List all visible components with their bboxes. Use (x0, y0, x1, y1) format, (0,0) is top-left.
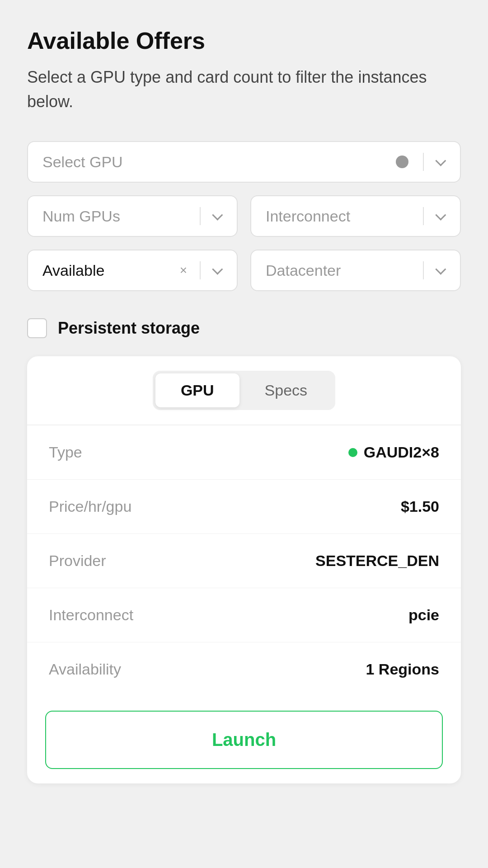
detail-row: Price/hr/gpu$1.50 (27, 480, 461, 534)
detail-value: GAUDI2×8 (348, 443, 439, 461)
detail-value: $1.50 (401, 498, 439, 515)
datacenter-label: Datacenter (266, 262, 414, 279)
num-gpus-dropdown[interactable]: Num GPUs (27, 195, 238, 237)
detail-rows: TypeGAUDI2×8Price/hr/gpu$1.50ProviderSES… (27, 425, 461, 696)
detail-label: Interconnect (49, 606, 133, 624)
chevron-down-icon (433, 156, 446, 168)
persistent-storage-row: Persistent storage (27, 318, 461, 338)
filter-row-availability-datacenter: Available × Datacenter (27, 250, 461, 291)
select-divider (423, 207, 424, 225)
page-subtitle: Select a GPU type and card count to filt… (27, 65, 461, 114)
num-gpus-label: Num GPUs (42, 208, 191, 225)
availability-dropdown[interactable]: Available × (27, 250, 238, 291)
select-divider (423, 261, 424, 279)
select-divider (423, 153, 424, 171)
detail-row: Availability1 Regions (27, 642, 461, 696)
detail-row: TypeGAUDI2×8 (27, 425, 461, 480)
detail-label: Type (49, 443, 82, 461)
detail-label: Provider (49, 552, 106, 570)
chevron-down-icon (433, 210, 446, 222)
detail-value: SESTERCE_DEN (315, 552, 439, 570)
launch-button-wrapper: Launch (27, 696, 461, 783)
detail-value: pcie (408, 606, 439, 624)
interconnect-label: Interconnect (266, 208, 414, 225)
filter-row-gpus-interconnect: Num GPUs Interconnect (27, 195, 461, 237)
detail-value: 1 Regions (366, 660, 439, 678)
chevron-down-icon (433, 264, 446, 277)
filter-section: Select GPU Num GPUs Interconnect Availab… (27, 141, 461, 291)
persistent-storage-label: Persistent storage (58, 319, 200, 338)
status-dot-icon (348, 448, 357, 457)
gpu-select-dropdown[interactable]: Select GPU (27, 141, 461, 183)
tab-group: GPU Specs (153, 371, 335, 410)
chevron-down-icon (210, 210, 222, 222)
clear-icon[interactable]: × (180, 263, 187, 278)
detail-row: ProviderSESTERCE_DEN (27, 534, 461, 588)
detail-row: Interconnectpcie (27, 588, 461, 642)
gpu-select-dot (396, 156, 408, 168)
tab-specs[interactable]: Specs (239, 373, 333, 407)
offer-card: GPU Specs TypeGAUDI2×8Price/hr/gpu$1.50P… (27, 356, 461, 783)
interconnect-dropdown[interactable]: Interconnect (250, 195, 461, 237)
tab-row: GPU Specs (27, 356, 461, 425)
select-divider (200, 261, 201, 279)
page-title: Available Offers (27, 27, 461, 54)
launch-button[interactable]: Launch (45, 711, 443, 769)
datacenter-dropdown[interactable]: Datacenter (250, 250, 461, 291)
tab-gpu[interactable]: GPU (155, 373, 239, 407)
detail-label: Availability (49, 660, 121, 678)
chevron-down-icon (210, 264, 222, 277)
select-divider (200, 207, 201, 225)
detail-label: Price/hr/gpu (49, 498, 131, 515)
persistent-storage-checkbox[interactable] (27, 318, 47, 338)
availability-value: Available (42, 262, 180, 279)
gpu-select-label: Select GPU (42, 153, 390, 171)
